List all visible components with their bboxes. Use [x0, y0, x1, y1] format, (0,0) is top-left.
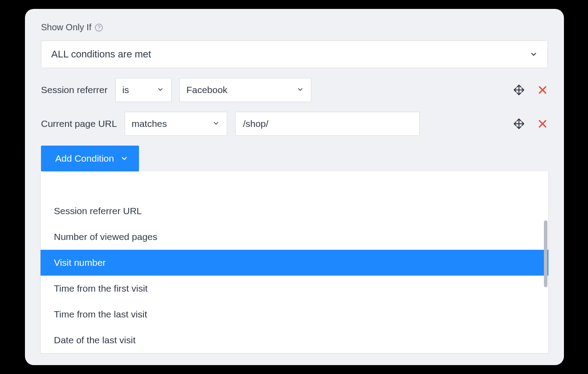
value-input[interactable]: /shop/ — [235, 112, 420, 136]
condition-row: Session referrer is Facebook — [41, 78, 548, 102]
condition-label: Session referrer — [41, 85, 107, 95]
chevron-down-icon — [530, 50, 538, 58]
help-circle-icon[interactable]: ? — [95, 24, 103, 32]
row-actions — [513, 118, 548, 130]
operator-select[interactable]: matches — [125, 112, 227, 136]
add-condition-wrap: Add Condition Session referrer URLNumber… — [41, 146, 548, 171]
chevron-down-icon — [120, 154, 128, 163]
section-title: Show Only If — [41, 22, 91, 33]
chevron-down-icon — [157, 86, 165, 94]
mode-select-value: ALL conditions are met — [51, 49, 151, 60]
section-title-row: Show Only If ? — [41, 22, 548, 33]
value-text: Facebook — [186, 85, 227, 95]
menu-item[interactable]: Time from the first visit — [41, 276, 548, 301]
chevron-down-icon — [297, 86, 305, 94]
row-actions — [513, 84, 548, 96]
mode-select[interactable]: ALL conditions are met — [41, 41, 548, 68]
menu-spacer — [41, 171, 548, 198]
menu-item[interactable]: Date of the last visit — [41, 327, 548, 353]
close-icon[interactable] — [537, 85, 548, 95]
value-text: /shop/ — [243, 118, 268, 129]
scrollbar-thumb[interactable] — [544, 220, 547, 287]
conditions-panel: Show Only If ? ALL conditions are met Se… — [25, 9, 564, 365]
add-condition-button[interactable]: Add Condition — [41, 146, 139, 171]
add-condition-label: Add Condition — [55, 153, 114, 164]
menu-item[interactable]: Time from the last visit — [41, 301, 548, 327]
condition-label: Current page URL — [41, 118, 117, 129]
operator-value: matches — [131, 118, 167, 129]
chevron-down-icon — [212, 120, 220, 128]
value-select[interactable]: Facebook — [180, 78, 311, 102]
close-icon[interactable] — [537, 118, 548, 129]
move-icon[interactable] — [513, 118, 525, 130]
condition-row: Current page URL matches /shop/ — [41, 112, 548, 136]
operator-value: is — [122, 85, 129, 95]
menu-item[interactable]: Session referrer URL — [41, 198, 548, 224]
move-icon[interactable] — [513, 84, 525, 96]
menu-item[interactable]: Number of viewed pages — [41, 224, 548, 250]
operator-select[interactable]: is — [115, 78, 172, 102]
add-condition-menu[interactable]: Session referrer URLNumber of viewed pag… — [40, 171, 549, 354]
menu-item[interactable]: Visit number — [41, 250, 548, 276]
